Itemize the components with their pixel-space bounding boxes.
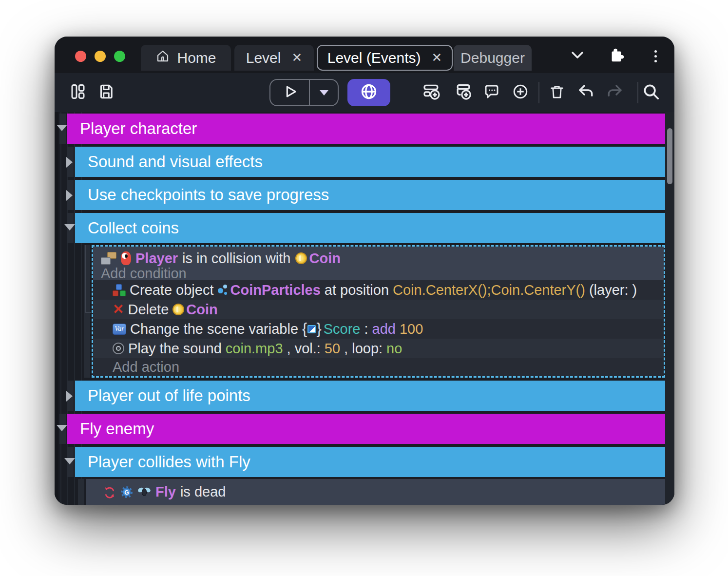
circle-plus-icon [512,83,529,102]
delete-button[interactable] [546,82,568,103]
value: 100 [400,321,423,337]
add-action-button[interactable]: Add action [93,358,664,376]
value: 50 [325,341,340,357]
tabs-overflow-button[interactable] [567,45,588,67]
redo-icon [606,83,624,102]
gdevelop-window: Home Level ✕ Level (Events) ✕ Debugger [55,37,674,505]
action-create-object[interactable]: Create object CoinParticles at position … [93,280,664,300]
indent-guide [60,112,61,505]
preview-split-button [269,79,339,106]
tab-debugger[interactable]: Debugger [454,45,532,71]
add-sub-event-button[interactable] [453,82,474,103]
action-text: at position [325,282,389,298]
collapse-caret-icon[interactable] [57,125,67,131]
close-tab-icon[interactable]: ✕ [291,50,302,65]
toolbar-divider [538,82,539,103]
add-event-button[interactable] [421,82,442,103]
events-sheet: Player character Sound and visual effect… [55,112,674,505]
preview-options-button[interactable] [310,80,338,105]
chevron-down-icon [571,50,584,62]
object-name: Fly [155,484,176,500]
add-condition-button[interactable]: Add condition [93,267,664,280]
comment-icon [483,83,500,102]
variable-action-icon: Var [113,324,126,335]
window-menu-button[interactable] [645,45,666,67]
condition-text: is dead [180,484,226,500]
group-fly-enemy[interactable]: Fly enemy [67,414,665,444]
condition-text: is in collision with [182,250,290,267]
object-name: Coin [309,250,341,267]
value: no [386,341,402,357]
group-collect-coins[interactable]: Collect coins [75,213,665,243]
group-sound-visual-effects[interactable]: Sound and visual effects [75,147,665,177]
group-player-collides-fly[interactable]: Player collides with Fly [75,447,665,477]
close-button[interactable] [75,51,86,62]
save-button[interactable] [96,82,117,103]
search-icon [642,82,660,103]
expand-caret-icon[interactable] [66,391,73,402]
collapse-caret-icon[interactable] [64,458,75,464]
coinparticles-object-icon [218,284,229,297]
caret-down-icon [320,90,328,96]
search-button[interactable] [640,82,662,103]
action-delete-coin[interactable]: ✕ Delete Coin [93,300,664,319]
collapse-caret-icon[interactable] [64,224,75,230]
conditions-area: Player is in collision with Coin Add con… [93,247,664,280]
add-other-button[interactable] [510,82,531,103]
group-player-out-of-life[interactable]: Player out of life points [75,381,665,411]
scrollbar-thumb[interactable] [667,128,672,184]
object-name: Coin [186,302,217,318]
trigger-once-icon [103,486,116,499]
create-object-icon [113,284,126,296]
collapse-caret-icon[interactable] [57,425,67,431]
add-comment-button[interactable] [481,82,502,103]
group-label: Collect coins [88,219,179,237]
operator: add [372,321,396,337]
tab-label: Level (Events) [327,50,421,66]
fly-object-icon [137,487,151,498]
scrollbar-track[interactable] [665,112,674,505]
toolbar-divider [637,82,638,103]
action-change-variable[interactable]: Var Change the scene variable {} Score: … [93,319,664,339]
action-text: , vol.: [287,341,321,357]
condition-collision[interactable]: Player is in collision with Coin [93,247,664,267]
tab-label: Level [246,50,281,66]
toggle-panels-button[interactable] [67,82,89,103]
minimize-button[interactable] [95,51,106,62]
variable-chip-icon: {} [302,320,322,338]
expand-caret-icon[interactable] [66,190,73,201]
split-layout-icon [69,83,87,102]
event-drag-handle[interactable] [78,479,84,505]
tab-level[interactable]: Level ✕ [234,45,314,71]
redo-button[interactable] [604,82,626,103]
action-text: : [364,321,368,337]
network-preview-button[interactable] [347,79,390,106]
gear-letter: G [124,489,129,496]
speaker-icon [113,343,124,354]
toolbar [55,73,674,112]
kebab-menu-icon [654,50,657,62]
event-collect-coin-selected[interactable]: Player is in collision with Coin Add con… [92,245,665,378]
close-tab-icon[interactable]: ✕ [431,50,442,65]
event-connector-line [85,245,91,313]
add-sub-event-icon [454,82,473,103]
expand-caret-icon[interactable] [66,157,73,168]
undo-button[interactable] [575,82,596,103]
zoom-button[interactable] [114,51,125,62]
group-use-checkpoints[interactable]: Use checkpoints to save progress [75,180,665,210]
puzzle-icon [608,47,625,65]
action-play-sound[interactable]: Play the sound coin.mp3, vol.: 50, loop:… [93,339,664,358]
tab-label: Home [177,50,216,66]
condition-fly-is-dead[interactable]: G Fly is dead [86,479,665,505]
actions-area: Create object CoinParticles at position … [93,280,664,376]
file-name: coin.mp3 [226,341,283,357]
extensions-button[interactable] [606,45,627,67]
group-player-character[interactable]: Player character [67,114,665,144]
coin-object-icon [172,304,184,315]
group-label: Use checkpoints to save progress [88,186,329,204]
tab-level-events[interactable]: Level (Events) ✕ [317,45,453,71]
object-name: CoinParticles [230,282,321,298]
action-text: Change the scene variable [130,321,298,337]
play-preview-button[interactable] [270,80,310,105]
tab-home[interactable]: Home [141,45,231,71]
